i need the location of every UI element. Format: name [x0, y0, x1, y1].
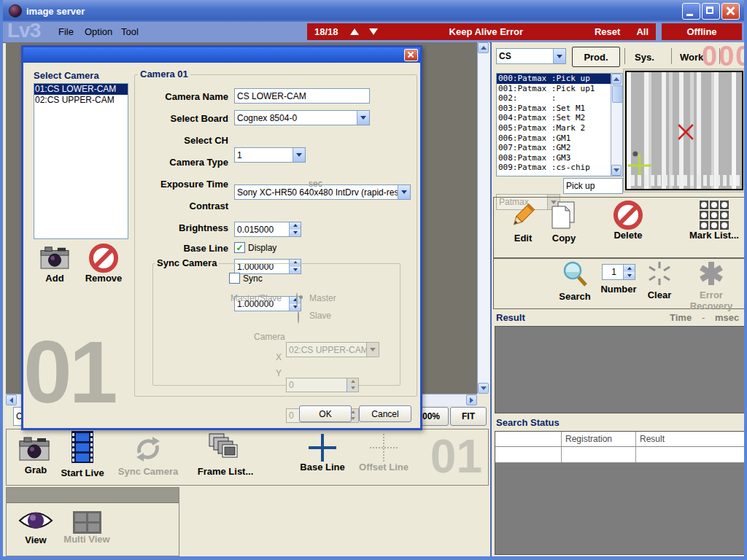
start-live-button[interactable]: Start Live: [55, 431, 110, 478]
work-button[interactable]: Work: [680, 52, 703, 63]
exposure-time-spinner[interactable]: 0.015000: [234, 222, 301, 237]
viewer-vertical-scrollbar[interactable]: [477, 42, 489, 394]
scroll-right-icon[interactable]: [466, 394, 477, 405]
pattern-list-scrollbar[interactable]: [611, 74, 622, 176]
select-ch-combo[interactable]: 1: [234, 147, 306, 163]
frame-list-button[interactable]: Frame List...: [190, 432, 260, 477]
cancel-button[interactable]: Cancel: [359, 405, 411, 422]
remove-camera-button[interactable]: Remove: [80, 244, 127, 284]
sys-button[interactable]: Sys.: [635, 52, 654, 63]
reset-button[interactable]: Reset: [595, 26, 620, 37]
menu-tool[interactable]: Tool: [121, 26, 139, 37]
copy-button[interactable]: Copy: [542, 201, 586, 244]
scroll-down-icon[interactable]: [611, 165, 622, 176]
menu-file[interactable]: File: [58, 26, 74, 37]
number-spinner[interactable]: 1: [602, 264, 635, 280]
edit-button[interactable]: Edit: [504, 202, 542, 244]
view-button[interactable]: View: [17, 510, 55, 545]
chevron-down-icon[interactable]: [553, 49, 565, 63]
counter-up-icon[interactable]: [350, 28, 359, 35]
pattern-list-item[interactable]: 007:Patmax :GM2: [497, 143, 622, 153]
film-strip-icon: [70, 454, 95, 467]
table-row[interactable]: [495, 447, 745, 463]
grab-button[interactable]: Grab: [18, 435, 53, 475]
scrollbar-thumb[interactable]: [612, 85, 623, 103]
title-bar: image server: [3, 0, 744, 22]
camera-type-label: Camera Type: [135, 157, 228, 168]
pattern-list-item[interactable]: 006:Patmax :GM1: [497, 133, 622, 144]
pattern-list-item[interactable]: 009:Patmax :cs-chip: [497, 163, 622, 173]
camera-name-input[interactable]: CS LOWER-CAM: [234, 88, 370, 104]
camera-number-watermark: 01: [430, 429, 482, 483]
multi-view-button: Multi View: [61, 511, 113, 545]
prohibition-icon: [89, 244, 118, 273]
pattern-name-field[interactable]: Pick up: [563, 178, 623, 194]
mark-list-button[interactable]: Mark List...: [685, 201, 743, 241]
pattern-list-item[interactable]: 002: :: [497, 93, 622, 104]
column-result: Result: [640, 432, 665, 446]
scroll-up-icon[interactable]: [611, 74, 622, 85]
select-board-combo[interactable]: Cognex 8504-0: [234, 110, 370, 125]
pattern-preview-image[interactable]: [625, 71, 743, 190]
spin-down-icon[interactable]: [290, 230, 301, 237]
sync-y-label: Y: [276, 368, 282, 378]
spin-up-icon[interactable]: [624, 265, 635, 272]
table-header-row: Registration Result: [495, 432, 745, 447]
chevron-down-icon[interactable]: [398, 185, 410, 199]
minimize-button[interactable]: [682, 3, 700, 20]
spin-down-icon[interactable]: [624, 272, 635, 279]
chevron-down-icon[interactable]: [357, 111, 369, 125]
brightness-label: Brightness: [135, 222, 228, 233]
ok-button[interactable]: OK: [299, 405, 352, 422]
fit-button[interactable]: FIT: [450, 407, 487, 426]
preview-frame: [623, 69, 746, 192]
pencil-icon: [509, 219, 537, 232]
chevron-down-icon: [366, 343, 379, 357]
base-line-button[interactable]: Base Line: [297, 434, 348, 472]
app-icon: [9, 4, 22, 18]
pattern-list-item[interactable]: 003:Patmax :Set M1: [497, 104, 622, 114]
pattern-counter: 000: [702, 41, 747, 72]
chevron-down-icon[interactable]: [293, 148, 305, 162]
maximize-button[interactable]: [702, 3, 720, 20]
pattern-list-item[interactable]: 005:Patmax :Mark 2: [497, 123, 622, 133]
offline-button[interactable]: Offline: [662, 23, 742, 40]
pattern-list[interactable]: 000:Patmax :Pick up 001:Patmax :Pick up1…: [496, 73, 623, 176]
menu-option[interactable]: Option: [85, 26, 112, 37]
scroll-up-icon[interactable]: [478, 42, 489, 53]
close-button[interactable]: [721, 3, 740, 20]
pattern-list-item[interactable]: 008:Patmax :GM3: [497, 153, 622, 163]
select-camera-dialog: Select Camera 01:CS LOWER-CAM 02:CS UPPE…: [21, 45, 422, 430]
frame-stack-icon: [206, 453, 244, 465]
pattern-list-item[interactable]: 001:Patmax :Pick up1: [497, 84, 622, 94]
error-recovery-button: Error Recovery: [678, 260, 745, 311]
scroll-left-icon[interactable]: [6, 394, 17, 405]
camera-list-item[interactable]: 02:CS UPPER-CAM: [34, 95, 128, 106]
camera-icon: [18, 451, 50, 464]
spin-up-icon[interactable]: [290, 222, 301, 230]
crosshair-icon: [309, 434, 336, 462]
delete-button[interactable]: Delete: [605, 201, 651, 241]
display-checkbox[interactable]: ✓: [234, 242, 245, 253]
pattern-list-item[interactable]: 004:Patmax :Set M2: [497, 113, 622, 123]
add-camera-button[interactable]: Add: [38, 245, 71, 284]
all-button[interactable]: All: [636, 26, 649, 37]
product-selector[interactable]: CS: [496, 48, 566, 64]
frame-counter: 18/18: [314, 26, 338, 37]
clear-button[interactable]: Clear: [643, 260, 676, 300]
master-radio: [296, 292, 298, 306]
select-ch-label: Select CH: [135, 135, 228, 146]
pattern-list-item[interactable]: 000:Patmax :Pick up: [497, 74, 622, 84]
menu-bar: Lv3 File Option Tool 18/18 Keep Alive Er…: [3, 22, 744, 43]
counter-down-icon[interactable]: [369, 28, 378, 35]
prod-button[interactable]: Prod.: [572, 47, 620, 67]
dialog-close-icon[interactable]: [404, 49, 418, 61]
scroll-down-icon[interactable]: [478, 383, 489, 394]
camera-list-item[interactable]: 01:CS LOWER-CAM: [34, 84, 128, 95]
alarm-bar: 18/18 Keep Alive Error Reset All: [307, 23, 656, 40]
sync-checkbox[interactable]: [229, 273, 240, 284]
dialog-title-bar: [23, 47, 420, 63]
camera-listbox[interactable]: 01:CS LOWER-CAM 02:CS UPPER-CAM: [34, 83, 128, 239]
camera-type-combo[interactable]: Sony XC-HR50 640x480 IntDrv (rapid-res: [234, 184, 411, 200]
search-button[interactable]: Search: [557, 260, 593, 302]
